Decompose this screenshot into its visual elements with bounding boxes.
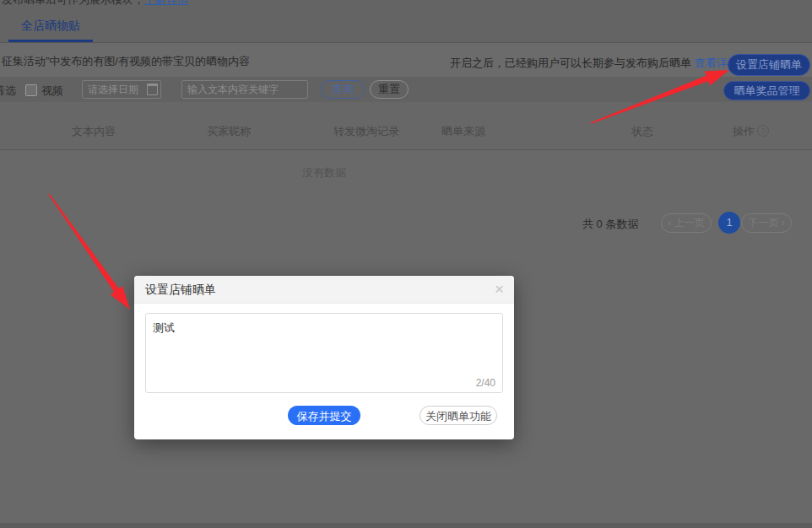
prize-manage-button[interactable]: 晒单奖品管理 [723, 81, 810, 100]
query-button[interactable]: 查询 [321, 80, 365, 99]
top-note-text: 发布晒单后可作为展示模块， [2, 0, 144, 6]
prev-page-button[interactable]: ‹ 上一页 [661, 213, 712, 233]
calendar-icon[interactable] [147, 84, 158, 95]
setup-shop-share-button[interactable]: 设置店铺晒单 [728, 54, 810, 76]
setup-shop-share-modal: 设置店铺晒单 × 测试 2/40 保存并提交 关闭晒单功能 [134, 276, 514, 439]
top-note: 发布晒单后可作为展示模块，了解详情 [2, 0, 188, 8]
help-icon[interactable]: ? [757, 125, 769, 137]
video-checkbox-label[interactable]: 视频 [41, 84, 63, 99]
col-header-status: 状态 [631, 124, 653, 139]
modal-title: 设置店铺晒单 [145, 283, 216, 298]
modal-header: 设置店铺晒单 × [134, 276, 514, 304]
save-submit-button[interactable]: 保存并提交 [288, 406, 360, 425]
col-header-actions: 操作 [733, 124, 755, 139]
reset-button[interactable]: 重置 [370, 80, 409, 99]
enable-hint: 开启之后，已经购用户可以长期参与发布购后晒单 查看详情>> [450, 56, 751, 71]
annotation-arrow [48, 194, 130, 310]
filter-label: 筛选 [0, 84, 16, 99]
top-note-link[interactable]: 了解详情 [144, 0, 188, 6]
tab-label: 全店晒物贴 [21, 19, 80, 32]
next-page-button[interactable]: 下一页 › [741, 213, 792, 233]
current-page-button[interactable]: 1 [718, 212, 740, 234]
page: 发布晒单后可作为展示模块，了解详情 全店晒物贴 征集活动”中发布的有图/有视频的… [0, 0, 812, 528]
col-header-text-content: 文本内容 [72, 124, 116, 139]
col-header-buyer-nick: 买家昵称 [207, 124, 251, 139]
video-checkbox[interactable] [25, 84, 37, 96]
share-text-input[interactable]: 测试 [146, 314, 502, 371]
close-icon[interactable]: × [495, 280, 504, 299]
enable-hint-text: 开启之后，已经购用户可以长期参与发布购后晒单 [450, 57, 695, 69]
tab-all-share-posts[interactable]: 全店晒物贴 [8, 19, 93, 42]
pagination-total: 共 0 条数据 [582, 217, 638, 232]
col-header-source: 晒单来源 [441, 124, 485, 139]
empty-state-text: 没有数据 [302, 165, 346, 180]
page-description: 征集活动”中发布的有图/有视频的带宝贝的晒物内容 [2, 54, 250, 69]
col-header-weitao-record: 转发微淘记录 [333, 124, 399, 139]
bottom-edge [0, 523, 812, 528]
share-text-field-wrap: 测试 2/40 [145, 313, 503, 393]
table-header-band [0, 102, 812, 150]
close-feature-button[interactable]: 关闭晒单功能 [420, 406, 497, 425]
keyword-input[interactable] [181, 80, 308, 99]
char-counter: 2/40 [476, 377, 495, 389]
